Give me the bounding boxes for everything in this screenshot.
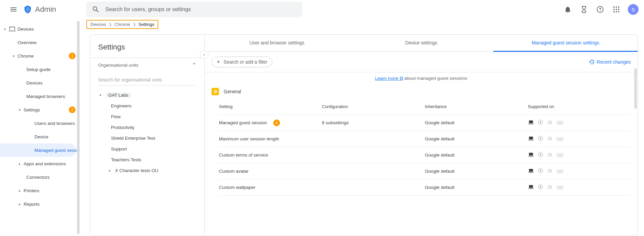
svg-point-1 [616,6,617,8]
ou-subfolder[interactable]: ▸ X Character tests OU [98,165,200,176]
android-icon [547,184,553,191]
col-setting: Setting [219,104,322,109]
crumb-chrome[interactable]: Chrome [114,22,130,27]
help-button[interactable] [593,3,607,16]
nav-label: Overview [18,40,76,45]
nav-label: Users and browsers [34,121,76,126]
cell-inherit: Google default [425,136,528,141]
nav-overview[interactable]: Overview [0,36,80,49]
settings-content: User and browser settings Device setting… [205,35,638,236]
breadcrumb-highlight: Devices ❯ Chrome ❯ Settings [86,20,158,29]
annotation-badge: 2 [69,106,76,113]
ou-item[interactable]: Shield Enterprise Test [98,133,200,143]
devices-icon [9,26,16,32]
col-inherit: Inheritance [425,104,528,109]
scrollbar[interactable] [634,68,637,109]
nav-devices[interactable]: ▾ Devices [0,22,80,36]
table-row[interactable]: Custom terms of service Google default i… [219,147,631,163]
ou-item[interactable]: Teachers Tests [98,154,200,165]
cell-setting: Custom terms of service [219,153,322,158]
cell-inherit: Google default [425,169,528,174]
caret-down-icon: ▾ [18,108,22,112]
menu-button[interactable] [5,1,22,18]
crumb-devices[interactable]: Devices [90,22,106,27]
notifications-button[interactable] [561,3,575,16]
svg-point-10 [540,122,541,123]
filter-bar: + Search or add a filter Recent changes [205,52,638,72]
nav-managed-guest-sessions[interactable]: Managed guest sessions 3 [0,143,76,157]
nav-setup-guide[interactable]: Setup guide [0,63,80,76]
ios-icon: iOS [556,121,564,125]
nav-connectors[interactable]: Connectors [0,170,80,184]
breadcrumb: Devices ❯ Chrome ❯ Settings [80,19,644,30]
gear-badge-icon [212,88,219,95]
ou-item[interactable]: Support [98,143,200,154]
search-icon [92,5,100,13]
collapse-sidebar-button[interactable]: ‹ [200,50,208,59]
android-icon [547,135,553,142]
svg-point-16 [540,170,541,172]
app-header: Admin S [0,0,644,19]
nav-settings[interactable]: ▾ Settings 2 [0,103,80,116]
ou-search-input[interactable] [98,74,196,86]
app-logo[interactable]: Admin [23,5,56,14]
supported-platforms: iOS [528,119,631,126]
caret-right-icon: ▸ [18,189,22,193]
nav-users-browsers[interactable]: Users and browsers [0,116,80,130]
android-icon [547,151,553,159]
chrome-icon [537,168,543,175]
supported-platforms: iOS [528,184,631,191]
nav-chrome-devices[interactable]: Devices [0,76,80,90]
caret-right-icon: ▸ [18,202,22,206]
svg-point-6 [613,11,615,12]
caret-down-icon: ▾ [3,27,7,31]
table-row[interactable]: Maximum user session length Google defau… [219,131,631,147]
app-title: Admin [35,5,56,14]
cell-inherit: Google default [425,120,528,125]
nav-device-settings[interactable]: Device [0,130,80,143]
laptop-icon [528,135,534,142]
nav-label: Reports [24,202,76,207]
ou-item[interactable]: Engineers [98,100,200,111]
cell-setting: Maximum user session length [219,136,322,141]
search-input[interactable] [105,6,297,12]
tasks-button[interactable] [577,3,591,16]
add-filter-button[interactable]: + Search or add a filter [212,57,272,67]
ou-item[interactable]: Productivity [98,122,200,133]
tab-user-browser[interactable]: User and browser settings [205,35,349,52]
tab-device-settings[interactable]: Device settings [349,35,494,52]
table-row[interactable]: Custom wallpaper Google default iOS [219,179,631,196]
account-avatar[interactable]: S [628,4,639,15]
nav-label: Settings [24,107,64,112]
supported-platforms: iOS [528,135,631,142]
global-search[interactable] [86,2,302,17]
nav-printers[interactable]: ▸ Printers [0,184,80,197]
chrome-icon [537,184,543,191]
nav-reports[interactable]: ▸ Reports [0,197,80,211]
nav-apps-extensions[interactable]: ▸ Apps and extensions [0,157,80,170]
recent-changes-link[interactable]: Recent changes [589,59,631,65]
ou-section-header[interactable]: Organisational units ⌃ [90,58,204,72]
ou-root[interactable]: ▾ GAT Labs [98,90,200,100]
nav-label: Apps and extensions [24,161,76,166]
scrollbar[interactable] [77,21,80,234]
table-row[interactable]: Managed guest session4 6 subsettings Goo… [219,115,631,131]
android-icon [547,119,553,126]
help-icon [596,5,604,13]
nav-label: Devices [18,27,76,32]
ou-search[interactable] [98,74,196,86]
ou-item[interactable]: Flow [98,111,200,122]
external-link-icon: ⧉ [400,76,403,81]
ios-icon: iOS [556,169,564,174]
tab-managed-guest[interactable]: Managed guest session settings [493,35,638,52]
nav-chrome[interactable]: ▾ Chrome 1 [0,49,80,63]
table-row[interactable]: Custom avatar Google default iOS [219,163,631,179]
chevron-up-icon[interactable]: ⌃ [192,62,196,68]
ou-root-label: GAT Labs [106,93,131,98]
learn-more-link[interactable]: Learn more ⧉ [375,76,403,81]
caret-down-icon: ▾ [11,54,16,58]
laptop-icon [528,184,534,191]
apps-button[interactable] [610,3,623,16]
nav-managed-browsers[interactable]: Managed browsers [0,90,80,103]
plus-icon: + [217,59,220,65]
